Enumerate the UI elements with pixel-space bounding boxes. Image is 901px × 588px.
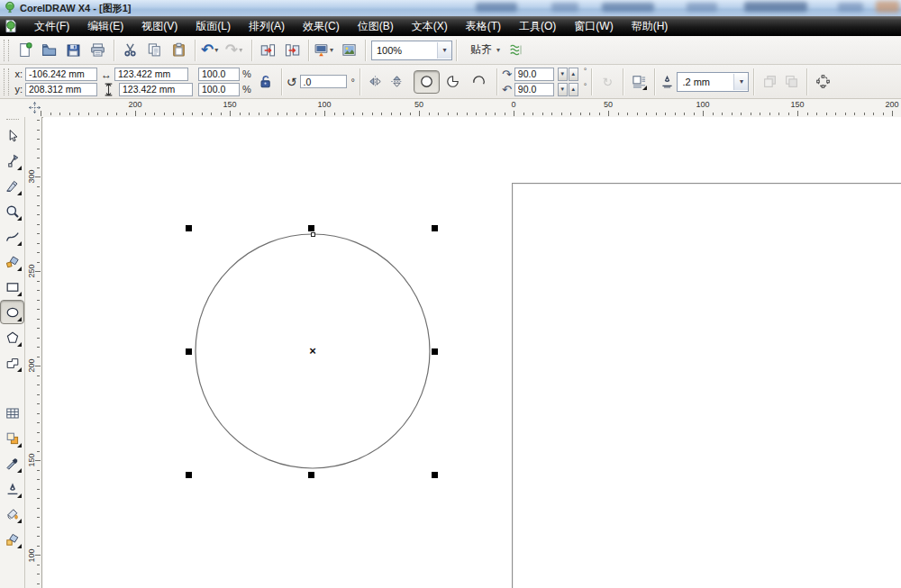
pie-mode-button[interactable] bbox=[440, 70, 466, 94]
welcome-screen-button[interactable] bbox=[337, 38, 361, 62]
zoom-level-combo[interactable]: 100% ▾ bbox=[371, 41, 452, 60]
toolbar-grip[interactable] bbox=[4, 40, 9, 61]
shape-tool[interactable] bbox=[0, 149, 24, 173]
table-tool[interactable] bbox=[0, 401, 24, 425]
scale-y-field[interactable] bbox=[198, 83, 240, 96]
x-position-field[interactable] bbox=[25, 68, 97, 81]
convert-to-curves-button[interactable] bbox=[812, 71, 833, 93]
ellipse-node[interactable] bbox=[311, 232, 315, 237]
wrap-paragraph-text-button[interactable] bbox=[628, 71, 650, 93]
import-button[interactable] bbox=[256, 38, 280, 62]
new-button[interactable] bbox=[13, 38, 37, 62]
selection-handle[interactable] bbox=[308, 225, 314, 231]
drawing-canvas[interactable]: × bbox=[43, 117, 901, 588]
start-angle-spinner[interactable]: ▼▲ bbox=[557, 68, 578, 81]
basic-shapes-tool[interactable] bbox=[0, 350, 24, 375]
redo-button-dropdown-icon[interactable]: ▾ bbox=[239, 46, 246, 54]
selection-handle[interactable] bbox=[432, 472, 438, 478]
eyedropper-tool[interactable] bbox=[0, 451, 24, 475]
object-height-field[interactable] bbox=[119, 83, 193, 96]
snap-dropdown-icon[interactable]: ▾ bbox=[496, 46, 500, 54]
interactive-fill-tool-icon bbox=[5, 532, 20, 547]
save-button[interactable] bbox=[61, 38, 86, 62]
object-width-field[interactable] bbox=[114, 68, 188, 81]
options-button[interactable] bbox=[505, 40, 526, 61]
ellipse-mode-button[interactable] bbox=[414, 70, 440, 94]
scale-x-field[interactable] bbox=[198, 68, 240, 81]
outline-width-combo[interactable]: .2 mm ▾ bbox=[677, 72, 749, 92]
zoom-dropdown-icon[interactable]: ▾ bbox=[437, 42, 451, 59]
open-button[interactable] bbox=[37, 38, 61, 62]
selection-handle[interactable] bbox=[186, 472, 192, 478]
selection-handle[interactable] bbox=[308, 472, 314, 478]
polygon-tool[interactable] bbox=[0, 325, 24, 349]
h-ruler-label: 150 bbox=[790, 100, 804, 109]
blend-tool[interactable] bbox=[0, 426, 24, 450]
property-bar-grip[interactable] bbox=[4, 68, 9, 95]
undo-button[interactable]: ↶▾ bbox=[199, 38, 223, 62]
menu-layout[interactable]: 版面(L) bbox=[187, 20, 240, 32]
redo-button: ↷▾ bbox=[223, 38, 248, 62]
mirror-horizontal-button[interactable] bbox=[365, 71, 387, 93]
application-launcher-button-dropdown-icon[interactable]: ▾ bbox=[330, 46, 336, 54]
menu-tools[interactable]: 工具(O) bbox=[510, 20, 565, 32]
copy-button[interactable] bbox=[142, 38, 167, 62]
menu-edit[interactable]: 编辑(E) bbox=[78, 20, 132, 32]
menu-window[interactable]: 窗口(W) bbox=[565, 20, 622, 32]
menu-view[interactable]: 视图(V) bbox=[132, 20, 187, 32]
toolbar-separator bbox=[114, 40, 114, 61]
blurred-titlebar-content bbox=[551, 3, 578, 12]
selection-handle[interactable] bbox=[186, 225, 192, 231]
export-button[interactable] bbox=[280, 38, 305, 62]
paste-button[interactable] bbox=[167, 38, 191, 62]
menu-help[interactable]: 帮助(H) bbox=[623, 20, 678, 32]
rotation-angle-field[interactable] bbox=[300, 75, 347, 88]
start-angle-field[interactable] bbox=[514, 68, 554, 81]
cut-button[interactable] bbox=[118, 38, 142, 62]
lock-ratio-button[interactable] bbox=[255, 71, 277, 93]
selection-handle[interactable] bbox=[432, 348, 438, 355]
selection-handle[interactable] bbox=[186, 348, 192, 355]
h-ruler-label: 100 bbox=[696, 100, 709, 109]
end-angle-spinner[interactable]: ▼▲ bbox=[557, 83, 578, 96]
ruler-origin-icon[interactable] bbox=[28, 101, 41, 114]
eyedropper-tool-icon bbox=[5, 457, 20, 471]
zoom-tool[interactable] bbox=[0, 199, 24, 223]
outline-width-dropdown-icon[interactable]: ▾ bbox=[733, 74, 748, 90]
snap-to-button[interactable]: 贴齐 ▾ bbox=[466, 40, 505, 61]
basic-shapes-tool-icon bbox=[5, 356, 20, 370]
freehand-tool[interactable] bbox=[0, 224, 24, 249]
fill-tool[interactable] bbox=[0, 502, 24, 526]
toolbox-grip[interactable] bbox=[6, 119, 19, 122]
mirror-horizontal-icon bbox=[368, 74, 383, 89]
menu-table[interactable]: 表格(T) bbox=[457, 20, 510, 32]
smart-fill-tool[interactable] bbox=[0, 249, 24, 274]
text-tool[interactable] bbox=[0, 375, 24, 400]
menu-bitmaps[interactable]: 位图(B) bbox=[349, 20, 403, 32]
ellipse-tool[interactable] bbox=[0, 300, 24, 324]
end-angle-field[interactable] bbox=[514, 83, 554, 96]
v-ruler-label: 150 bbox=[26, 451, 37, 469]
outline-pen-tool[interactable] bbox=[0, 476, 24, 501]
arc-mode-button[interactable] bbox=[466, 70, 492, 94]
toolbar-separator bbox=[195, 40, 196, 61]
rectangle-tool[interactable] bbox=[0, 275, 24, 299]
selection-handle[interactable] bbox=[432, 225, 438, 231]
vertical-ruler[interactable]: 300250200150100 bbox=[25, 117, 42, 588]
horizontal-ruler[interactable]: 20015010050050100150200 bbox=[0, 99, 901, 118]
undo-button-dropdown-icon[interactable]: ▾ bbox=[214, 46, 222, 54]
toolbar-separator bbox=[365, 40, 366, 61]
interactive-fill-tool[interactable] bbox=[0, 527, 24, 551]
menu-arrange[interactable]: 排列(A) bbox=[240, 20, 294, 32]
y-position-field[interactable] bbox=[25, 83, 97, 96]
application-launcher-button[interactable]: ▾ bbox=[313, 38, 337, 62]
mirror-vertical-button[interactable] bbox=[387, 71, 408, 93]
print-button[interactable] bbox=[86, 38, 110, 62]
object-center-marker[interactable]: × bbox=[309, 344, 316, 357]
crop-tool[interactable] bbox=[0, 174, 24, 198]
menu-file[interactable]: 文件(F) bbox=[25, 20, 78, 32]
menu-effects[interactable]: 效果(C) bbox=[294, 20, 349, 32]
convert-to-curves-icon bbox=[815, 74, 831, 89]
pick-tool[interactable] bbox=[0, 123, 24, 148]
menu-text[interactable]: 文本(X) bbox=[403, 20, 457, 32]
